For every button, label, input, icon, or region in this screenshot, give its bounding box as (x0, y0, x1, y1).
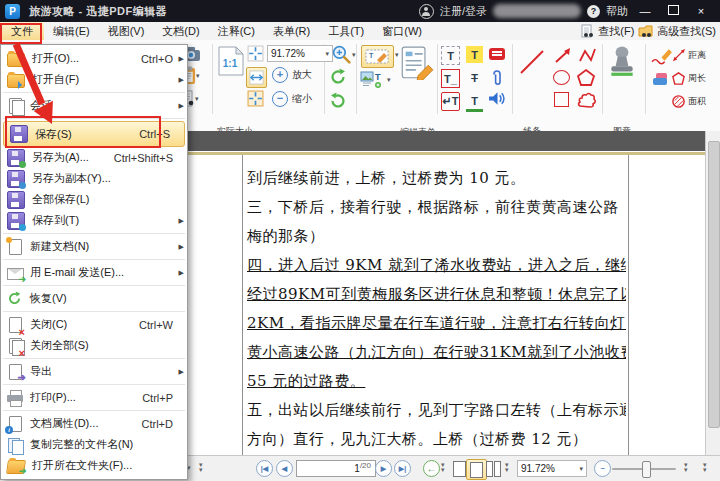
paperclip-icon (491, 69, 503, 87)
email-arrow: ➔ (18, 274, 26, 284)
facing-pages-view-button[interactable] (484, 459, 503, 478)
help-link[interactable]: 帮助 (606, 4, 628, 19)
distance-label: 距离 (688, 49, 706, 62)
printer-paper-out (10, 400, 22, 407)
rectangle-tool[interactable] (554, 92, 569, 107)
statusbar-expand-chevron[interactable]: ▾▾ (199, 462, 203, 472)
menu-view[interactable]: 视图(V) (99, 22, 154, 40)
menu-item-document-properties[interactable]: i 文档属性(D)... Ctrl+D (1, 413, 187, 434)
find-icon (581, 24, 594, 38)
menu-item-save-as[interactable]: 另存为(A)... Ctrl+Shift+S (1, 147, 187, 168)
menu-item-export[interactable]: ➔ 导出 ▶ (1, 361, 187, 382)
callout-tool[interactable]: ↵T (441, 92, 460, 111)
page-number-input[interactable]: 1/20 (296, 460, 376, 477)
arrow-tool[interactable] (553, 47, 573, 65)
perimeter-icon (671, 71, 686, 86)
rotate-ccw-button[interactable] (329, 68, 347, 86)
view-mode-chevron[interactable]: ▾▾ (505, 462, 509, 472)
menu-item-copy-full-filename[interactable]: 复制完整的文件名(N) (1, 434, 187, 455)
advanced-find-button[interactable]: 高级查找(S) (657, 24, 716, 39)
menu-item-open-containing-folder[interactable]: ➔ 打开所在文件夹(F)... (1, 455, 187, 476)
menu-document[interactable]: 文档(D) (153, 22, 208, 40)
find-button[interactable]: 查找(F) (598, 24, 634, 39)
menu-window[interactable]: 窗口(W) (373, 22, 431, 40)
statusbar-chevron-2[interactable]: ▾▾ (703, 462, 707, 472)
close-button[interactable]: × (690, 5, 712, 17)
ellipse-tool[interactable] (553, 70, 570, 85)
paste-dropdown-arrow[interactable]: ▾ (196, 72, 200, 80)
revert-icon (7, 291, 23, 307)
menu-comment[interactable]: 注释(C) (209, 22, 264, 40)
perimeter-tool[interactable]: 周长 (671, 71, 706, 86)
distance-tool[interactable]: 距离 (672, 48, 706, 62)
previous-view-button[interactable]: ← (423, 460, 440, 477)
menu-item-revert[interactable]: 恢复(V) (1, 288, 187, 309)
zoom-slider-handle[interactable] (642, 461, 651, 478)
zoom-out-button[interactable]: − 缩小 (272, 91, 312, 107)
fit-width-button-selected[interactable] (246, 67, 267, 88)
menu-item-close-all[interactable]: 关闭全部(S) (1, 335, 187, 356)
statusbar-zoom-combobox[interactable]: 91.72% ▾ (517, 460, 587, 477)
add-text-image-icon: T (360, 70, 387, 89)
stamp-button[interactable] (608, 46, 636, 78)
menu-separator (3, 285, 185, 286)
zoom-tool-button[interactable]: ▾ (331, 44, 356, 65)
highlight-text-tool[interactable]: T (466, 46, 483, 63)
sound-tool[interactable] (488, 91, 507, 106)
minimize-button[interactable]: — (634, 5, 656, 17)
statusbar-chevron-1[interactable]: ▾▾ (684, 462, 688, 472)
search-dropdown-arrow[interactable]: ▾ (195, 95, 199, 103)
first-page-button[interactable]: |◀ (256, 460, 273, 477)
zoom-tool-dropdown-arrow[interactable]: ▾ (352, 51, 356, 59)
scrollbar-thumb[interactable] (708, 141, 720, 428)
fit-visible-button[interactable] (247, 90, 264, 107)
edit-form-button[interactable] (400, 46, 434, 80)
view-history-chevron[interactable]: ▾▾ (441, 462, 445, 472)
pencil-annotate-tool[interactable] (650, 47, 673, 66)
add-text-dropdown-arrow[interactable]: ▾ (387, 76, 391, 84)
zoom-out-slider-button[interactable]: − (594, 460, 611, 477)
minus-icon: − (272, 91, 288, 107)
menu-item-close[interactable]: 关闭(C) Ctrl+W (1, 314, 187, 335)
rotate-ccw-icon (329, 68, 347, 86)
text-box-tool[interactable]: T_ (441, 69, 460, 88)
menu-item-save-to[interactable]: 保存到(T) ▶ (1, 210, 187, 231)
help-icon[interactable]: ? (587, 5, 600, 18)
table-border-right (628, 155, 629, 455)
fit-page-button[interactable] (247, 45, 264, 62)
menu-item-new-document[interactable]: 新建文档(N) ▶ (1, 236, 187, 257)
maximize-button[interactable] (662, 5, 684, 17)
register-login-link[interactable]: 注册/登录 (440, 4, 487, 19)
pentagon-tool[interactable] (576, 68, 596, 87)
user-account-icon[interactable] (419, 4, 434, 19)
menu-item-print[interactable]: 打印(P)... Ctrl+P (1, 387, 187, 408)
cloud-tool[interactable] (576, 90, 596, 109)
edit-content-button-selected[interactable]: T (361, 45, 394, 68)
previous-page-button[interactable]: ◀ (276, 460, 293, 477)
next-page-button[interactable]: ▶ (375, 460, 392, 477)
menu-item-email-send[interactable]: ➔ 用 E-mail 发送(E)... ▶ (1, 262, 187, 283)
rotate-cw-button[interactable] (329, 92, 347, 110)
doc-line: 三，下桥后，接着行驶，根据路标，前往黄黄高速公路（黄石至黄 (247, 193, 626, 222)
menu-form[interactable]: 表单(R) (264, 22, 319, 40)
strikethrough-tool[interactable]: T (466, 69, 483, 86)
menu-item-save-all[interactable]: 全部保存(L) (1, 189, 187, 210)
line-tool[interactable] (518, 48, 546, 76)
last-page-button[interactable]: ▶| (394, 460, 411, 477)
vertical-scrollbar[interactable] (705, 131, 720, 455)
area-tool[interactable]: 面积 (671, 94, 706, 109)
zoom-level-combobox[interactable]: 91.72% ▾ (267, 45, 333, 62)
eraser-tool[interactable] (650, 71, 670, 87)
pencil-shape-tool[interactable] (577, 47, 597, 65)
menu-tools[interactable]: 工具(T) (319, 22, 373, 40)
menu-item-save-copy[interactable]: 另存为副本(Y)... (1, 168, 187, 189)
sticky-note-tool[interactable] (489, 48, 505, 60)
actual-size-button[interactable]: 1:1 (218, 46, 244, 76)
edit-content-dropdown-arrow[interactable]: ▾ (395, 51, 399, 59)
typewriter-tool[interactable]: T (441, 46, 460, 65)
underline-tool[interactable]: T (466, 92, 483, 112)
menu-edit[interactable]: 编辑(E) (44, 22, 99, 40)
attach-file-tool[interactable] (491, 69, 503, 87)
add-text-image-button[interactable]: T ▾ (360, 70, 391, 89)
zoom-in-button[interactable]: + 放大 (272, 67, 312, 83)
